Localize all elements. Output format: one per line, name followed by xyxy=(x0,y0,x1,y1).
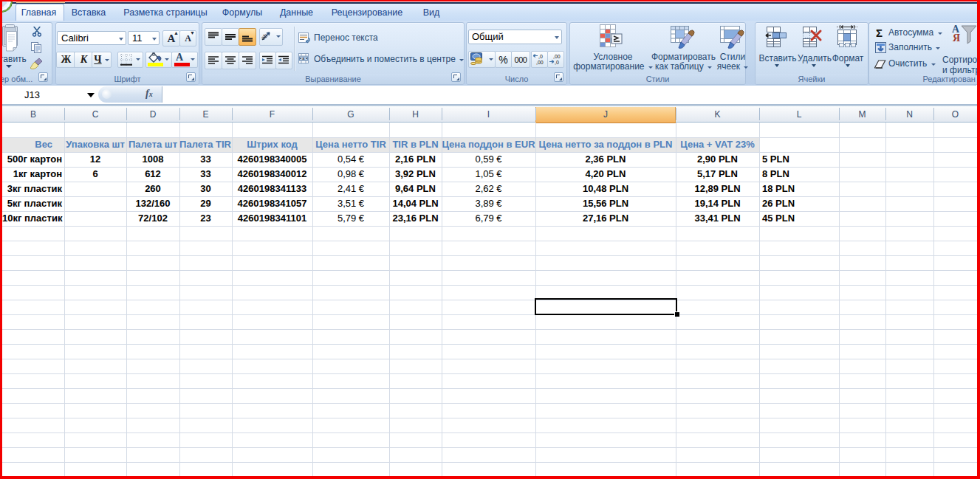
svg-text:,00: ,00 xyxy=(553,54,561,59)
svg-text:,0: ,0 xyxy=(538,54,543,59)
svg-text:,00: ,00 xyxy=(536,60,544,65)
svg-text:,0: ,0 xyxy=(555,60,559,65)
